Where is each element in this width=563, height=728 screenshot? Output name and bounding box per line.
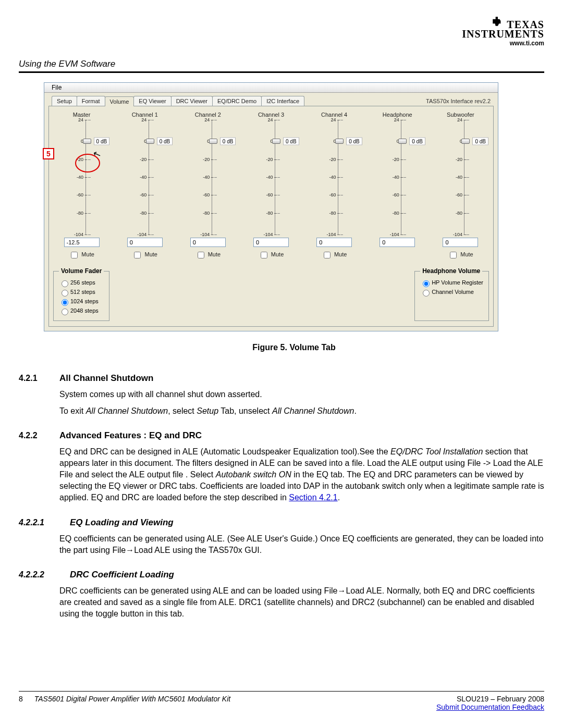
section-title: Advanced Features : EQ and DRC [59,430,202,441]
paragraph: EQ and DRC can be designed in ALE (Autom… [59,446,544,503]
tab-eq-viewer[interactable]: EQ Viewer [133,96,171,106]
brand-url: www.ti.com [510,40,544,46]
tab-volume[interactable]: Volume [105,96,134,106]
mute-checkbox[interactable]: Mute [132,251,157,257]
subsection-number: 4.2.2.1 [19,518,56,527]
slider-badge: 0 dB [472,138,488,145]
paragraph: DRC coefficients can be generated using … [59,585,544,620]
volume-fader-panel: Volume Fader 256 steps512 steps1024 step… [53,267,109,321]
radio-1024-steps[interactable]: 1024 steps [59,298,104,306]
gui-body: Master24 –0 –-20 –-40 –-60 –-80 –-104 –0… [48,106,494,327]
slider-thumb[interactable] [209,139,217,144]
footer-feedback-link[interactable]: Submit Documentation Feedback [436,703,544,711]
headphone-volume-panel: Headphone Volume HP Volume RegisterChann… [414,267,489,321]
paragraph: To exit All Channel Shutdown, select Set… [59,405,544,417]
slider-value-input[interactable] [127,238,163,247]
paragraph: System comes up with all channel shut do… [59,389,544,400]
channel-subwoofer: Subwoofer24 –0 –-20 –-40 –-60 –-80 –-104… [431,112,490,260]
radio-512-steps[interactable]: 512 steps [59,288,104,297]
section-number: 4.2.2 [19,431,46,440]
paragraph: EQ coefficients can be generated using A… [59,533,544,556]
subsection-title: DRC Coefficient Loading [70,570,174,580]
slider-value-input[interactable] [443,238,478,247]
brand-instruments: INSTRUMENTS [462,29,544,39]
figure-caption: Figure 5. Volume Tab [44,343,544,352]
running-header: Using the EVM Software [19,59,544,69]
channel-channel-2: Channel 224 –0 –-20 –-40 –-60 –-80 –-104… [178,112,237,260]
tab-setup[interactable]: Setup [52,96,77,106]
mute-checkbox[interactable]: Mute [69,251,94,257]
figure-callout-5: 5 [43,148,54,159]
ti-chip-icon [491,15,505,28]
gui-title-right: TAS570x Interface rev2.2 [426,98,494,104]
slider-thumb[interactable] [83,139,91,144]
radio-2048-steps[interactable]: 2048 steps [59,307,104,315]
channel-channel-3: Channel 324 –0 –-20 –-40 –-60 –-80 –-104… [241,112,300,260]
channel-master: Master24 –0 –-20 –-40 –-60 –-80 –-104 –0… [52,112,111,260]
channel-channel-4: Channel 424 –0 –-20 –-40 –-60 –-80 –-104… [305,112,364,260]
slider-thumb[interactable] [461,139,470,144]
channel-headphone: Headphone24 –0 –-20 –-40 –-60 –-80 –-104… [368,112,427,260]
slider-value-input[interactable] [380,238,415,247]
page-footer: 8 TAS5601 Digital Power Amplifier With M… [19,688,544,711]
tab-i2c-interface[interactable]: I2C Interface [261,96,304,106]
slider-value-input[interactable] [253,238,289,247]
gui-menubar: File [44,83,498,93]
section-title: All Channel Shutdown [59,373,153,384]
tab-eq-drc-demo[interactable]: EQ/DRC Demo [212,96,262,106]
footer-doc-id: SLOU219 – February 2008 [436,695,544,703]
gui-window: File SetupFormatVolumeEQ ViewerDRC Viewe… [44,82,498,331]
tab-drc-viewer[interactable]: DRC Viewer [171,96,213,106]
slider-badge: 0 dB [409,138,425,145]
subsection-title: EQ Loading and Viewing [70,517,174,528]
radio-channel-volume[interactable]: Channel Volume [420,288,483,297]
section-number: 4.2.1 [19,374,46,383]
menu-file[interactable]: File [47,83,66,92]
slider-value-input[interactable] [316,238,352,247]
slider-value-input[interactable] [190,238,226,247]
mute-checkbox[interactable]: Mute [259,251,284,257]
slider-badge: 0 dB [283,138,299,145]
slider-badge: 0 dB [157,138,173,145]
radio-256-steps[interactable]: 256 steps [59,279,104,287]
footer-page-number: 8 [19,695,23,703]
slider-badge: 0 dB [220,138,236,145]
volume-fader-legend: Volume Fader [59,267,104,275]
cursor-icon: ↖ [91,147,102,161]
ti-logo: TEXAS INSTRUMENTS www.ti.com [462,15,544,46]
footer-doc-title: TAS5601 Digital Power Amplifier With MC5… [34,695,230,703]
tab-format[interactable]: Format [77,96,105,106]
mute-checkbox[interactable]: Mute [448,251,473,257]
radio-hp-volume-register[interactable]: HP Volume Register [420,279,483,287]
slider-thumb[interactable] [335,139,344,144]
slider-thumb[interactable] [146,139,154,144]
slider-value-input[interactable] [64,238,100,247]
mute-checkbox[interactable]: Mute [322,251,347,257]
slider-badge: 0 dB [346,138,362,145]
header-rule [19,71,544,73]
slider-badge: 0 dB [94,138,110,145]
subsection-number: 4.2.2.2 [19,570,56,579]
channel-channel-1: Channel 124 –0 –-20 –-40 –-60 –-80 –-104… [115,112,174,260]
slider-thumb[interactable] [398,139,407,144]
headphone-volume-legend: Headphone Volume [420,267,482,275]
mute-checkbox[interactable]: Mute [195,251,221,257]
slider-thumb[interactable] [272,139,280,144]
gui-tabs: SetupFormatVolumeEQ ViewerDRC ViewerEQ/D… [44,93,498,106]
